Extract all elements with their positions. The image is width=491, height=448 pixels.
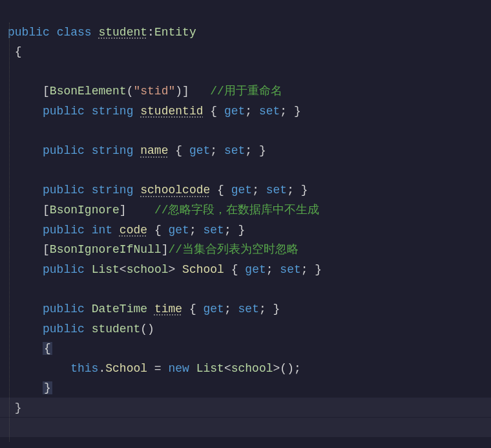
code-line[interactable]: [BsonElement("stid")] //用于重命名 xyxy=(8,85,282,98)
parens: () xyxy=(140,323,154,336)
semicolon: ; xyxy=(252,184,266,197)
keyword-public: public xyxy=(43,323,85,336)
code-line[interactable]: public string studentid { get; set; } xyxy=(8,105,301,118)
dot: . xyxy=(98,362,105,375)
keyword-get: get xyxy=(245,263,266,276)
angle-bracket: > xyxy=(168,263,175,276)
code-line[interactable]: public student() xyxy=(8,323,154,336)
keyword-get: get xyxy=(231,184,252,197)
constructor-name: student xyxy=(92,323,141,336)
keyword-set: set xyxy=(259,105,280,118)
comment: //当集合列表为空时忽略 xyxy=(168,243,298,256)
semicolon: ; xyxy=(280,105,294,118)
keyword-get: get xyxy=(169,224,189,237)
semicolon: ; xyxy=(259,303,273,315)
bracket: ] xyxy=(120,204,127,217)
attribute-name: BsonElement xyxy=(50,85,127,98)
angle-bracket: < xyxy=(120,263,127,276)
brace: } xyxy=(301,184,308,197)
code-line[interactable]: [BsonIgnore] //忽略字段，在数据库中不生成 xyxy=(8,204,320,217)
code-line[interactable]: public List<school> School { get; set; } xyxy=(8,263,322,276)
property-name: School xyxy=(182,263,224,276)
keyword-public: public xyxy=(43,184,85,197)
semicolon: ; xyxy=(287,184,301,197)
angle-bracket: > xyxy=(273,362,280,375)
keyword-class: class xyxy=(57,26,92,39)
type-name: List xyxy=(196,362,224,375)
keyword-public: public xyxy=(43,144,85,157)
bracket: [ xyxy=(43,243,50,256)
angle-bracket: < xyxy=(224,362,231,375)
semicolon: ; xyxy=(301,263,315,276)
keyword-type: string xyxy=(92,105,134,118)
code-line[interactable]: public DateTime time { get; set; } xyxy=(8,303,280,315)
open-brace: { xyxy=(43,342,52,355)
keyword-this: this xyxy=(70,362,98,375)
comment: //忽略字段，在数据库中不生成 xyxy=(154,204,320,217)
code-editor[interactable]: public class student:Entity { [BsonEleme… xyxy=(0,3,491,418)
semicolon: ; xyxy=(224,303,238,315)
keyword-public: public xyxy=(43,263,85,276)
keyword-public: public xyxy=(43,105,85,118)
code-line[interactable]: [BsonIgnoreIfNull]//当集合列表为空时忽略 xyxy=(8,243,298,256)
property-name: time xyxy=(154,303,182,315)
keyword-set: set xyxy=(224,144,245,157)
equals: = xyxy=(147,362,168,375)
bracket: ] xyxy=(162,243,169,256)
keyword-get: get xyxy=(189,144,210,157)
parens: () xyxy=(280,362,294,375)
code-line[interactable]: public string name { get; set; } xyxy=(8,144,266,157)
keyword-set: set xyxy=(280,263,300,276)
brace: { xyxy=(189,303,204,315)
code-line[interactable]: { xyxy=(8,45,22,58)
space xyxy=(189,362,196,375)
code-line[interactable]: this.School = new List<school>(); xyxy=(8,362,301,375)
brace: } xyxy=(315,263,322,276)
paren: ) xyxy=(175,85,182,98)
close-brace: } xyxy=(43,381,52,394)
code-line[interactable]: public class student:Entity xyxy=(8,26,196,39)
bracket: [ xyxy=(43,204,50,217)
bracket: ] xyxy=(182,85,189,98)
code-line[interactable]: public string schoolcode { get; set; } xyxy=(8,184,308,197)
brace: { xyxy=(175,144,189,157)
keyword-set: set xyxy=(238,303,259,315)
code-line[interactable]: public int code { get; set; } xyxy=(8,224,245,237)
property-ref: School xyxy=(105,362,147,375)
brace: { xyxy=(224,263,245,276)
semicolon: ; xyxy=(266,263,280,276)
code-line[interactable]: } xyxy=(8,401,22,414)
code-line[interactable]: } xyxy=(8,381,52,394)
property-name: code xyxy=(120,224,147,237)
class-name: student xyxy=(98,26,147,39)
code-line[interactable]: { xyxy=(8,342,52,355)
attribute-name: BsonIgnore xyxy=(50,204,120,217)
brace: } xyxy=(259,144,266,157)
keyword-type: string xyxy=(92,144,134,157)
generic-type: school xyxy=(231,362,273,375)
attribute-name: BsonIgnoreIfNull xyxy=(50,243,162,256)
brace: { xyxy=(217,184,231,197)
semicolon: ; xyxy=(245,105,259,118)
string-literal: "stid" xyxy=(133,85,175,98)
base-class: Entity xyxy=(154,26,196,39)
brace: } xyxy=(294,105,301,118)
keyword-set: set xyxy=(204,224,224,237)
semicolon: ; xyxy=(210,144,224,157)
property-name: schoolcode xyxy=(140,184,210,197)
brace: { xyxy=(154,224,169,237)
semicolon: ; xyxy=(224,224,238,237)
keyword-public: public xyxy=(43,224,85,237)
comment: //用于重命名 xyxy=(210,85,282,98)
property-name: studentid xyxy=(140,105,203,118)
paren: ( xyxy=(127,85,134,98)
brace: } xyxy=(273,303,280,315)
semicolon: ; xyxy=(245,144,259,157)
open-brace: { xyxy=(15,45,22,58)
semicolon: ; xyxy=(294,362,301,375)
keyword-public: public xyxy=(8,26,50,39)
highlight-line xyxy=(0,418,491,437)
generic-type: school xyxy=(127,263,169,276)
bracket: [ xyxy=(43,85,50,98)
property-name: name xyxy=(140,144,168,157)
